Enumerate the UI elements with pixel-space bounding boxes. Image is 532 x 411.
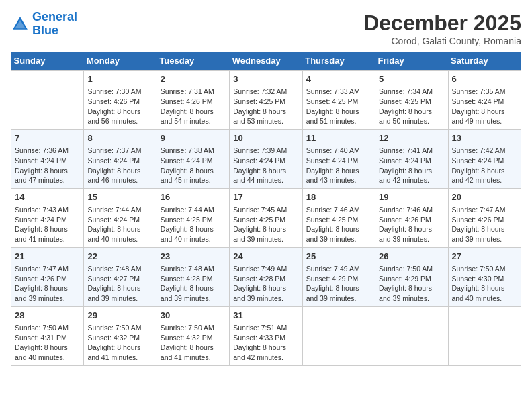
logo: General Blue (11, 11, 77, 38)
day-info: Sunrise: 7:42 AMSunset: 4:24 PMDaylight:… (452, 146, 517, 185)
calendar-subtitle: Corod, Galati County, Romania (363, 36, 521, 46)
calendar-week-3: 14Sunrise: 7:43 AMSunset: 4:24 PMDayligh… (11, 188, 521, 247)
day-info: Sunrise: 7:47 AMSunset: 4:26 PMDaylight:… (15, 264, 80, 304)
day-number: 23 (161, 250, 226, 263)
calendar-cell: 10Sunrise: 7:39 AMSunset: 4:24 PMDayligh… (230, 129, 302, 188)
day-number: 30 (161, 310, 226, 322)
logo-line2: Blue (32, 24, 58, 37)
day-info: Sunrise: 7:41 AMSunset: 4:24 PMDaylight:… (379, 146, 444, 185)
day-number: 1 (87, 73, 152, 85)
day-info: Sunrise: 7:48 AMSunset: 4:28 PMDaylight:… (161, 264, 226, 304)
calendar-cell: 9Sunrise: 7:38 AMSunset: 4:24 PMDaylight… (157, 129, 229, 188)
day-number: 29 (87, 310, 152, 322)
calendar-cell: 30Sunrise: 7:50 AMSunset: 4:32 PMDayligh… (157, 306, 229, 365)
header-day-friday: Friday (375, 52, 448, 71)
day-number: 21 (15, 250, 80, 263)
calendar-cell: 23Sunrise: 7:48 AMSunset: 4:28 PMDayligh… (157, 247, 229, 306)
calendar-cell: 25Sunrise: 7:49 AMSunset: 4:29 PMDayligh… (302, 247, 375, 306)
day-number: 8 (87, 132, 152, 144)
header-day-tuesday: Tuesday (157, 52, 229, 71)
day-info: Sunrise: 7:39 AMSunset: 4:24 PMDaylight:… (233, 146, 298, 185)
title-area: December 2025 Corod, Galati County, Roma… (363, 11, 521, 46)
header-day-saturday: Saturday (448, 52, 521, 71)
header-day-sunday: Sunday (11, 52, 84, 71)
calendar-cell: 2Sunrise: 7:31 AMSunset: 4:26 PMDaylight… (157, 71, 229, 130)
day-info: Sunrise: 7:47 AMSunset: 4:26 PMDaylight:… (452, 205, 517, 244)
day-number: 17 (233, 191, 298, 203)
day-info: Sunrise: 7:38 AMSunset: 4:24 PMDaylight:… (161, 146, 226, 185)
day-number: 10 (233, 132, 298, 144)
calendar-cell (11, 71, 84, 130)
header: General Blue December 2025 Corod, Galati… (11, 11, 521, 46)
calendar-week-4: 21Sunrise: 7:47 AMSunset: 4:26 PMDayligh… (11, 247, 521, 306)
calendar-week-5: 28Sunrise: 7:50 AMSunset: 4:31 PMDayligh… (11, 306, 521, 365)
header-day-thursday: Thursday (302, 52, 375, 71)
header-day-monday: Monday (84, 52, 157, 71)
calendar-cell: 24Sunrise: 7:49 AMSunset: 4:28 PMDayligh… (230, 247, 302, 306)
day-info: Sunrise: 7:35 AMSunset: 4:24 PMDaylight:… (452, 87, 517, 126)
calendar-cell: 21Sunrise: 7:47 AMSunset: 4:26 PMDayligh… (11, 247, 84, 306)
calendar-cell: 26Sunrise: 7:50 AMSunset: 4:29 PMDayligh… (375, 247, 448, 306)
day-number: 26 (379, 250, 444, 263)
calendar-title: December 2025 (363, 11, 521, 36)
calendar-cell: 28Sunrise: 7:50 AMSunset: 4:31 PMDayligh… (11, 306, 84, 365)
day-info: Sunrise: 7:44 AMSunset: 4:24 PMDaylight:… (87, 205, 152, 244)
calendar-cell: 22Sunrise: 7:48 AMSunset: 4:27 PMDayligh… (84, 247, 157, 306)
day-info: Sunrise: 7:32 AMSunset: 4:25 PMDaylight:… (233, 87, 298, 126)
day-info: Sunrise: 7:50 AMSunset: 4:29 PMDaylight:… (379, 264, 444, 304)
calendar-cell: 17Sunrise: 7:45 AMSunset: 4:25 PMDayligh… (230, 188, 302, 247)
calendar-cell: 4Sunrise: 7:33 AMSunset: 4:25 PMDaylight… (302, 71, 375, 130)
day-number: 16 (161, 191, 226, 203)
calendar-cell: 3Sunrise: 7:32 AMSunset: 4:25 PMDaylight… (230, 71, 302, 130)
calendar-cell: 8Sunrise: 7:37 AMSunset: 4:24 PMDaylight… (84, 129, 157, 188)
day-number: 27 (452, 250, 517, 263)
day-number: 31 (233, 310, 298, 322)
day-info: Sunrise: 7:48 AMSunset: 4:27 PMDaylight:… (87, 264, 152, 304)
day-number: 2 (161, 73, 226, 85)
day-number: 25 (306, 250, 371, 263)
day-info: Sunrise: 7:37 AMSunset: 4:24 PMDaylight:… (87, 146, 152, 185)
day-number: 14 (15, 191, 80, 203)
day-number: 22 (87, 250, 152, 263)
calendar-week-1: 1Sunrise: 7:30 AMSunset: 4:26 PMDaylight… (11, 71, 521, 130)
day-info: Sunrise: 7:51 AMSunset: 4:33 PMDaylight:… (233, 323, 298, 363)
day-number: 20 (452, 191, 517, 203)
calendar-cell (375, 306, 448, 365)
day-info: Sunrise: 7:40 AMSunset: 4:24 PMDaylight:… (306, 146, 371, 185)
day-info: Sunrise: 7:44 AMSunset: 4:25 PMDaylight:… (161, 205, 226, 244)
day-number: 19 (379, 191, 444, 203)
calendar-cell: 19Sunrise: 7:46 AMSunset: 4:26 PMDayligh… (375, 188, 448, 247)
logo-line1: General (32, 10, 77, 24)
day-info: Sunrise: 7:46 AMSunset: 4:26 PMDaylight:… (379, 205, 444, 244)
day-number: 13 (452, 132, 517, 144)
day-info: Sunrise: 7:45 AMSunset: 4:25 PMDaylight:… (233, 205, 298, 244)
calendar-table: SundayMondayTuesdayWednesdayThursdayFrid… (11, 52, 521, 366)
calendar-cell: 15Sunrise: 7:44 AMSunset: 4:24 PMDayligh… (84, 188, 157, 247)
day-info: Sunrise: 7:50 AMSunset: 4:32 PMDaylight:… (161, 323, 226, 363)
calendar-cell (302, 306, 375, 365)
day-info: Sunrise: 7:49 AMSunset: 4:28 PMDaylight:… (233, 264, 298, 304)
calendar-cell: 7Sunrise: 7:36 AMSunset: 4:24 PMDaylight… (11, 129, 84, 188)
day-info: Sunrise: 7:36 AMSunset: 4:24 PMDaylight:… (15, 146, 80, 185)
header-day-wednesday: Wednesday (230, 52, 302, 71)
day-number: 5 (379, 73, 444, 85)
calendar-cell: 16Sunrise: 7:44 AMSunset: 4:25 PMDayligh… (157, 188, 229, 247)
calendar-header-row: SundayMondayTuesdayWednesdayThursdayFrid… (11, 52, 521, 71)
logo-text: General Blue (32, 11, 77, 38)
calendar-cell: 29Sunrise: 7:50 AMSunset: 4:32 PMDayligh… (84, 306, 157, 365)
calendar-cell: 6Sunrise: 7:35 AMSunset: 4:24 PMDaylight… (448, 71, 521, 130)
day-number: 12 (379, 132, 444, 144)
calendar-cell: 12Sunrise: 7:41 AMSunset: 4:24 PMDayligh… (375, 129, 448, 188)
day-number: 24 (233, 250, 298, 263)
day-number: 28 (15, 310, 80, 322)
calendar-cell: 14Sunrise: 7:43 AMSunset: 4:24 PMDayligh… (11, 188, 84, 247)
day-number: 4 (306, 73, 371, 85)
day-info: Sunrise: 7:49 AMSunset: 4:29 PMDaylight:… (306, 264, 371, 304)
day-info: Sunrise: 7:43 AMSunset: 4:24 PMDaylight:… (15, 205, 80, 244)
day-info: Sunrise: 7:50 AMSunset: 4:31 PMDaylight:… (15, 323, 80, 363)
calendar-cell: 11Sunrise: 7:40 AMSunset: 4:24 PMDayligh… (302, 129, 375, 188)
day-number: 6 (452, 73, 517, 85)
calendar-cell: 27Sunrise: 7:50 AMSunset: 4:30 PMDayligh… (448, 247, 521, 306)
calendar-cell: 1Sunrise: 7:30 AMSunset: 4:26 PMDaylight… (84, 71, 157, 130)
day-number: 7 (15, 132, 80, 144)
